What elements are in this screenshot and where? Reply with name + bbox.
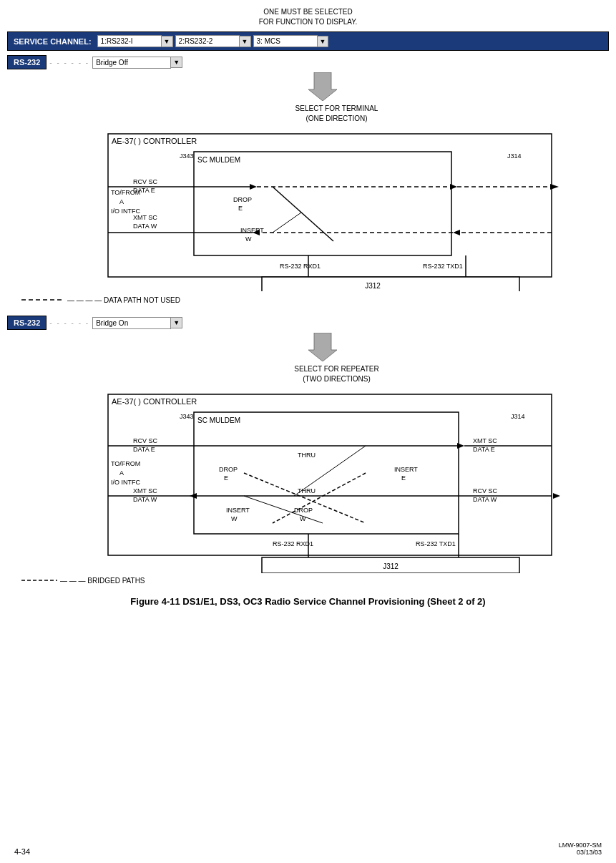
service-channel-label: SERVICE CHANNEL: <box>14 37 92 46</box>
svg-text:INSERT: INSERT <box>394 466 418 473</box>
svg-text:DATA W: DATA W <box>473 496 497 503</box>
svg-text:XMT SC: XMT SC <box>133 487 157 494</box>
data-path-text: — — — — DATA PATH NOT USED <box>67 296 180 304</box>
channel2-arrow[interactable]: ▼ <box>240 36 251 47</box>
channel2-value: 2:RS232-2 <box>175 35 240 47</box>
svg-marker-69 <box>457 443 464 449</box>
svg-marker-24 <box>550 184 559 190</box>
controller-bottom-area: AE-37( ) CONTROLLER SC MULDEM J343 J314 … <box>21 387 595 573</box>
channel3-arrow[interactable]: ▼ <box>318 36 329 47</box>
svg-text:SC MULDEM: SC MULDEM <box>197 156 240 164</box>
svg-text:RS-232 RXD1: RS-232 RXD1 <box>280 263 321 270</box>
svg-text:THRU: THRU <box>298 452 316 459</box>
svg-text:J314: J314 <box>511 413 525 420</box>
svg-marker-26 <box>453 230 460 235</box>
svg-line-30 <box>273 187 333 241</box>
svg-marker-75 <box>553 493 560 499</box>
svg-text:J312: J312 <box>365 282 381 290</box>
svg-text:E: E <box>224 474 228 482</box>
svg-text:W: W <box>231 515 238 522</box>
svg-text:AE-37( ) CONTROLLER: AE-37( ) CONTROLLER <box>112 137 197 145</box>
down-arrow-top <box>308 72 337 101</box>
svg-text:DROP: DROP <box>294 507 313 514</box>
svg-text:DATA E: DATA E <box>473 446 495 453</box>
svg-text:A: A <box>119 198 124 205</box>
svg-text:J314: J314 <box>507 152 522 160</box>
svg-text:RS-232 RXD1: RS-232 RXD1 <box>273 540 313 547</box>
channel2-select[interactable]: 2:RS232-2 ▼ <box>175 35 251 47</box>
bridge-off-arrow[interactable]: ▼ <box>171 57 182 68</box>
svg-marker-73 <box>190 493 197 499</box>
rs232-dashes-bottom: - - - - - - <box>49 319 89 327</box>
svg-line-31 <box>273 213 301 233</box>
bridge-on-select[interactable]: Bridge On ▼ <box>92 317 182 329</box>
rs232-label-top: RS-232 <box>7 55 47 69</box>
svg-text:RCV SC: RCV SC <box>473 487 498 494</box>
select-repeater-annotation: SELECT FOR REPEATER (TWO DIRECTIONS) <box>64 364 609 384</box>
controller-top-diagram: AE-37( ) CONTROLLER SC MULDEM J343 J314 … <box>51 127 566 291</box>
controller-bottom-diagram: AE-37( ) CONTROLLER SC MULDEM J343 J314 … <box>51 387 566 573</box>
svg-rect-3 <box>194 152 451 255</box>
svg-text:DATA W: DATA W <box>133 496 157 503</box>
svg-text:E: E <box>401 474 406 482</box>
svg-text:DROP: DROP <box>219 466 238 473</box>
bridge-on-section: RS-232 - - - - - - Bridge On ▼ SELECT FO… <box>7 316 609 585</box>
page-number: 4-34 <box>14 847 30 856</box>
rs232-dashes-top: - - - - - - <box>49 59 89 67</box>
controller-top-area: AE-37( ) CONTROLLER SC MULDEM J343 J314 … <box>21 127 595 291</box>
bridged-paths-label: — — — BRIDGED PATHS <box>21 576 595 585</box>
svg-text:DROP: DROP <box>233 196 252 203</box>
svg-marker-22 <box>450 184 457 190</box>
svg-text:DATA E: DATA E <box>133 187 155 194</box>
svg-text:J343: J343 <box>180 152 194 160</box>
rs232-bar-top: RS-232 - - - - - - Bridge Off ▼ <box>7 55 609 69</box>
rs232-bar-bottom: RS-232 - - - - - - Bridge On ▼ <box>7 316 609 330</box>
svg-text:XMT SC: XMT SC <box>473 437 497 444</box>
channel3-select[interactable]: 3: MCS ▼ <box>253 35 329 47</box>
rs232-label-bottom: RS-232 <box>7 316 47 330</box>
channel1-value: 1:RS232-I <box>97 35 162 47</box>
bridge-off-select[interactable]: Bridge Off ▼ <box>92 57 182 69</box>
service-channel-bar: SERVICE CHANNEL: 1:RS232-I ▼ 2:RS232-2 ▼… <box>7 31 609 51</box>
svg-text:I/O INTFC: I/O INTFC <box>111 479 140 486</box>
channel1-select[interactable]: 1:RS232-I ▼ <box>97 35 173 47</box>
bridged-paths-text: — — — BRIDGED PATHS <box>60 577 145 585</box>
figure-caption: Figure 4-11 DS1/E1, DS3, OC3 Radio Servi… <box>7 596 609 607</box>
svg-marker-20 <box>250 184 257 190</box>
bridge-on-arrow[interactable]: ▼ <box>171 317 182 328</box>
down-arrow-bottom-container <box>36 333 609 361</box>
data-path-label: — — — — DATA PATH NOT USED <box>21 296 595 304</box>
svg-text:DATA W: DATA W <box>133 223 157 230</box>
svg-marker-0 <box>308 72 337 101</box>
svg-text:AE-37( ) CONTROLLER: AE-37( ) CONTROLLER <box>112 397 197 406</box>
select-terminal-annotation: SELECT FOR TERMINAL (ONE DIRECTION) <box>64 104 609 124</box>
svg-text:RCV SC: RCV SC <box>133 178 158 185</box>
svg-line-77 <box>273 473 366 523</box>
bridged-dashes-icon <box>21 576 57 585</box>
svg-text:THRU: THRU <box>298 487 316 494</box>
svg-text:E: E <box>238 205 243 212</box>
bridge-off-section: RS-232 - - - - - - Bridge Off ▼ SELECT F… <box>7 55 609 304</box>
svg-rect-40 <box>108 394 552 555</box>
svg-text:DATA E: DATA E <box>133 446 155 453</box>
svg-text:RCV SC: RCV SC <box>133 437 158 444</box>
bridge-off-value: Bridge Off <box>92 57 171 69</box>
svg-text:SC MULDEM: SC MULDEM <box>197 416 240 424</box>
bridge-on-value: Bridge On <box>92 317 171 329</box>
svg-text:TO/FROM: TO/FROM <box>111 460 140 467</box>
svg-text:XMT SC: XMT SC <box>133 214 157 221</box>
svg-text:J343: J343 <box>180 413 194 420</box>
channel1-arrow[interactable]: ▼ <box>162 36 173 47</box>
svg-text:RS-232 TXD1: RS-232 TXD1 <box>423 263 463 270</box>
doc-number: LMW-9007-SM 03/13/03 <box>559 842 602 856</box>
top-annotation: ONE MUST BE SELECTED FOR FUNCTION TO DIS… <box>7 7 609 27</box>
down-arrow-top-container <box>36 72 609 101</box>
svg-rect-36 <box>262 277 519 291</box>
svg-marker-39 <box>308 333 337 361</box>
svg-text:A: A <box>119 469 124 477</box>
dashes-icon <box>21 296 64 304</box>
svg-text:W: W <box>245 235 252 243</box>
down-arrow-bottom <box>308 333 337 361</box>
svg-text:RS-232 TXD1: RS-232 TXD1 <box>416 540 456 547</box>
svg-text:INSERT: INSERT <box>226 507 250 514</box>
